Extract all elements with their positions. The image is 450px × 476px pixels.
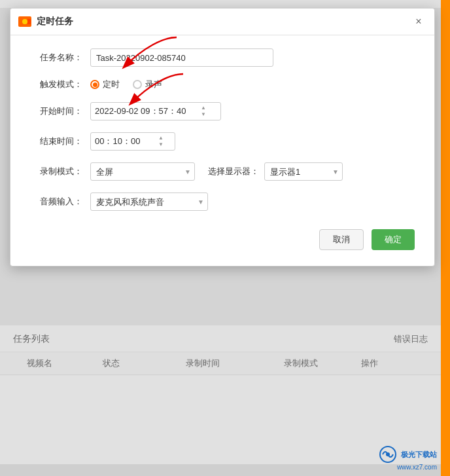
task-name-input[interactable] — [90, 48, 273, 67]
watermark-url: www.xz7.com — [379, 464, 437, 471]
monitor-select-wrap: 显示器1 ▼ — [264, 162, 343, 181]
close-button[interactable]: × — [411, 14, 426, 29]
scheduled-task-dialog: 定时任务 × 任务名称： 触发模式： 定时 录声 开 — [10, 8, 435, 266]
start-time-up[interactable]: ▲ — [199, 105, 208, 111]
svg-point-1 — [22, 19, 27, 24]
audio-row: 音频输入： 麦克风和系统声音 ▼ — [30, 192, 415, 211]
dialog-body: 任务名称： 触发模式： 定时 录声 开始时间： — [10, 35, 434, 266]
rec-mode-row: 录制模式： 全屏 ▼ 选择显示器： 显示器1 ▼ — [30, 162, 415, 181]
audio-label: 音频输入： — [30, 196, 82, 208]
end-time-input[interactable] — [95, 137, 154, 147]
watermark: 极光下载站 www.xz7.com — [379, 445, 437, 471]
rec-mode-select[interactable]: 全屏 — [90, 162, 195, 181]
end-time-row: 结束时间： ▲ ▼ — [30, 132, 415, 151]
trigger-sound-radio[interactable] — [133, 80, 142, 89]
rec-mode-label: 录制模式： — [30, 166, 82, 177]
start-time-wrap: ▲ ▼ — [90, 102, 221, 120]
start-time-down[interactable]: ▼ — [199, 111, 208, 118]
dialog-title: 定时任务 — [37, 16, 411, 27]
rec-mode-select-wrap: 全屏 ▼ — [90, 162, 195, 181]
watermark-logo: 极光下载站 — [379, 445, 437, 464]
task-name-label: 任务名称： — [30, 52, 82, 64]
cancel-button[interactable]: 取消 — [319, 229, 364, 250]
orange-strip — [441, 0, 450, 476]
watermark-icon — [379, 445, 397, 464]
task-name-row: 任务名称： — [30, 48, 415, 67]
svg-point-6 — [386, 452, 390, 456]
start-time-label: 开始时间： — [30, 105, 82, 117]
audio-select[interactable]: 麦克风和系统声音 — [90, 192, 208, 211]
svg-rect-2 — [27, 19, 31, 24]
trigger-sound-option[interactable]: 录声 — [133, 79, 162, 90]
start-time-input[interactable] — [95, 107, 196, 117]
audio-select-wrap: 麦克风和系统声音 ▼ — [90, 192, 208, 211]
end-time-wrap: ▲ ▼ — [90, 132, 175, 151]
watermark-site: 极光下载站 — [401, 450, 437, 460]
trigger-timer-radio[interactable] — [90, 80, 99, 89]
trigger-radio-group: 定时 录声 — [90, 79, 162, 90]
trigger-label: 触发模式： — [30, 79, 82, 90]
start-time-row: 开始时间： ▲ ▼ — [30, 102, 415, 120]
end-time-up[interactable]: ▲ — [156, 135, 165, 141]
trigger-sound-label: 录声 — [145, 79, 162, 90]
end-time-spin: ▲ ▼ — [156, 135, 165, 148]
confirm-button[interactable]: 确定 — [372, 229, 415, 250]
start-time-spin: ▲ ▼ — [199, 105, 208, 118]
dialog-titlebar: 定时任务 × — [10, 9, 434, 35]
dialog-actions: 取消 确定 — [30, 223, 415, 250]
app-icon — [18, 15, 31, 28]
end-time-label: 结束时间： — [30, 136, 82, 147]
end-time-down[interactable]: ▼ — [156, 141, 165, 148]
trigger-timer-label: 定时 — [103, 79, 120, 90]
trigger-timer-option[interactable]: 定时 — [90, 79, 120, 90]
monitor-select[interactable]: 显示器1 — [264, 162, 343, 181]
trigger-mode-row: 触发模式： 定时 录声 — [30, 79, 415, 90]
monitor-label: 选择显示器： — [208, 166, 259, 177]
